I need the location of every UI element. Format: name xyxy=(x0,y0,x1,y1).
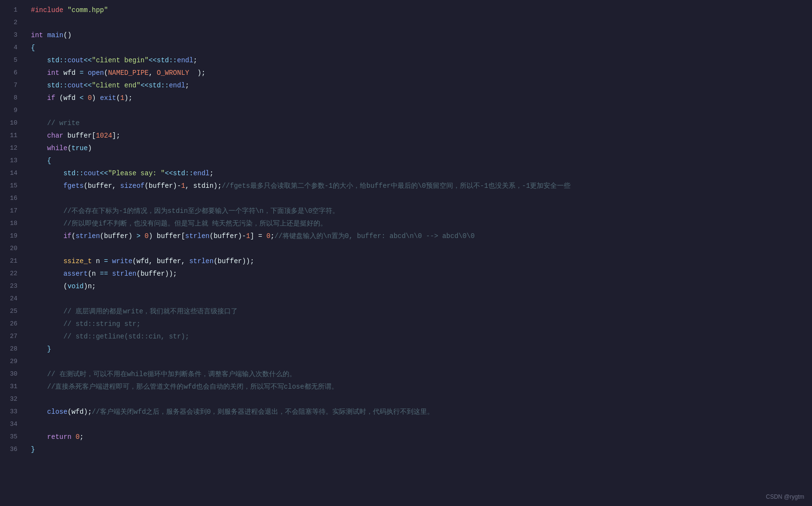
line-number: 1 xyxy=(6,4,17,16)
code-line: } xyxy=(31,443,804,456)
token-fn: close xyxy=(47,408,68,416)
token-macro: NAMED_PIPE xyxy=(108,69,149,77)
token-fn: endl xyxy=(177,56,194,64)
token-cmt: // 底层调用的都是write，我们就不用这些语言级接口了 xyxy=(63,308,238,315)
code-line: // std::string str; xyxy=(31,318,804,330)
code-content[interactable]: #include "comm.hpp" int main(){ std::cou… xyxy=(23,4,812,502)
code-line: { xyxy=(31,155,804,167)
code-line: //不会存在下标为-1的情况，因为stdin至少都要输入一个字符\n，下面顶多是… xyxy=(31,205,804,217)
line-number: 13 xyxy=(6,155,17,167)
token-brack: { xyxy=(31,44,35,52)
code-line xyxy=(31,16,804,29)
token-plain: , stdin); xyxy=(185,182,222,190)
code-line: // std::getline(std::cin, str); xyxy=(31,330,804,343)
code-line: // write xyxy=(31,117,804,129)
line-number: 33 xyxy=(6,406,17,418)
code-line: (void)n; xyxy=(31,280,804,293)
token-plain: ) buffer[ xyxy=(149,232,185,240)
code-editor: 1234567891011121314151617181920212223242… xyxy=(0,0,812,506)
token-plain xyxy=(43,31,47,39)
token-plain: (buffer) xyxy=(100,232,137,240)
token-op: < xyxy=(80,94,84,102)
line-number: 31 xyxy=(6,380,17,393)
token-kw2: void xyxy=(68,282,84,290)
token-plain: ( xyxy=(31,282,68,290)
token-plain xyxy=(31,433,47,441)
token-fn: endl xyxy=(193,169,210,177)
token-cmt: // write xyxy=(47,119,80,127)
token-plain xyxy=(31,232,63,240)
token-brack: { xyxy=(47,157,51,165)
code-line: { xyxy=(31,42,804,54)
token-plain xyxy=(31,220,63,227)
line-number: 12 xyxy=(6,142,17,155)
token-plain: ]; xyxy=(112,132,120,140)
token-ns: std:: xyxy=(63,169,84,177)
token-fn: strlen xyxy=(189,257,214,265)
line-number: 14 xyxy=(6,167,17,180)
token-op: << xyxy=(84,56,92,64)
token-fn: strlen xyxy=(185,232,209,240)
token-plain: (buffer)); xyxy=(214,257,254,265)
token-plain xyxy=(31,69,47,77)
token-plain xyxy=(108,270,112,278)
token-kw: return xyxy=(47,433,71,441)
token-plain: (n xyxy=(88,270,100,278)
token-str: "client begin" xyxy=(92,56,149,64)
code-line: //直接杀死客户端进程即可，那么管道文件的wfd也会自动的关闭，所以写不写clo… xyxy=(31,380,804,393)
token-plain xyxy=(31,345,47,353)
token-plain: (wfd xyxy=(55,94,79,102)
line-number: 25 xyxy=(6,305,17,318)
token-type: ssize_t xyxy=(63,257,92,265)
line-number: 32 xyxy=(6,393,17,406)
token-kw: if xyxy=(47,94,56,102)
token-plain xyxy=(108,257,112,265)
token-plain xyxy=(31,270,63,278)
token-plain: , xyxy=(149,69,157,77)
line-number: 18 xyxy=(6,217,17,230)
token-ns: std:: xyxy=(149,82,169,89)
token-plain: ; xyxy=(271,232,274,240)
token-plain xyxy=(31,94,47,102)
code-line: return 0; xyxy=(31,431,804,443)
token-num: 1 xyxy=(246,232,250,240)
code-line: std::cout<<"client begin"<<std::endl; xyxy=(31,54,804,67)
token-op: << xyxy=(149,56,157,64)
line-number: 7 xyxy=(6,79,17,92)
line-number: 28 xyxy=(6,343,17,355)
line-number: 26 xyxy=(6,318,17,330)
code-line: std::cout<<"client end"<<std::endl; xyxy=(31,79,804,92)
line-number: 30 xyxy=(6,368,17,380)
token-inc: "comm.hpp" xyxy=(68,6,108,14)
line-number: 29 xyxy=(6,355,17,368)
code-line: if (wfd < 0) exit(1); xyxy=(31,92,804,104)
token-kw: while xyxy=(47,144,68,152)
token-plain xyxy=(31,56,47,64)
token-op: == xyxy=(100,270,108,278)
code-line: // 底层调用的都是write，我们就不用这些语言级接口了 xyxy=(31,305,804,318)
token-macro: O_WRONLY xyxy=(157,69,189,77)
code-line: if(strlen(buffer) > 0) buffer[strlen(buf… xyxy=(31,230,804,242)
token-plain xyxy=(31,119,47,127)
token-plain xyxy=(31,370,47,378)
token-fn: exit xyxy=(100,94,116,102)
token-plain: wfd xyxy=(59,69,80,77)
code-line: int wfd = open(NAMED_PIPE, O_WRONLY ); xyxy=(31,67,804,79)
token-plain xyxy=(63,6,67,14)
token-cmt: //客户端关闭wfd之后，服务器会读到0，则服务器进程会退出，不会阻塞等待。实际… xyxy=(92,408,434,416)
code-line: assert(n == strlen(buffer)); xyxy=(31,267,804,280)
line-number: 22 xyxy=(6,267,17,280)
line-number: 35 xyxy=(6,431,17,443)
token-num: 1024 xyxy=(96,132,112,140)
token-plain xyxy=(31,182,63,190)
token-plain xyxy=(31,383,47,391)
token-kw: if xyxy=(63,232,71,240)
code-line: char buffer[1024]; xyxy=(31,129,804,142)
token-fn: sizeof xyxy=(120,182,144,190)
token-plain xyxy=(31,257,63,265)
token-plain xyxy=(31,308,63,315)
token-str: "Please say: " xyxy=(108,169,165,177)
token-num: 0 xyxy=(266,232,270,240)
code-line xyxy=(31,242,804,255)
token-plain xyxy=(31,144,47,152)
